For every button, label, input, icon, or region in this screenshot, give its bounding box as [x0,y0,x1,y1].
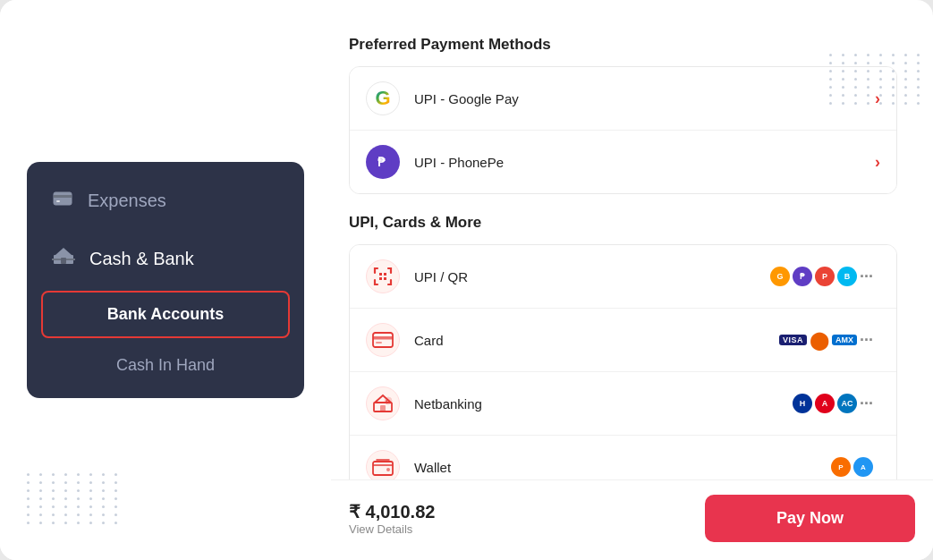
pay-now-button[interactable]: Pay Now [705,495,915,542]
gpay-icon: G [366,81,400,115]
card-brand-icons: VISA ⬤ AMX ··· [779,329,873,351]
preferred-section: Preferred Payment Methods G UPI - Google… [349,36,897,214]
cash-bank-icon [52,246,75,271]
upi-title: UPI, Cards & More [349,214,897,232]
sidebar-menu: Expenses Cash & Bank Bank Accounts [27,162,304,398]
svg-point-20 [386,468,390,471]
svg-text:₱: ₱ [377,155,386,169]
card-label: Card [414,333,779,348]
phonepe-chevron-icon: › [875,153,880,172]
svg-rect-16 [380,405,386,412]
netbanking-brand-icons: H A AC ··· [793,394,873,413]
gpay-item[interactable]: G UPI - Google Pay › [350,67,896,131]
wallet-label: Wallet [414,460,831,475]
dot-pattern-topright: for(let i=0;i<56;i++) document.write('<d… [829,54,924,105]
preferred-title: Preferred Payment Methods [349,36,897,54]
card-item[interactable]: Card VISA ⬤ AMX ··· [350,309,896,372]
svg-rect-12 [373,333,393,347]
sidebar-subitem-cash-in-hand[interactable]: Cash In Hand [27,342,304,389]
svg-rect-5 [61,258,66,264]
netbanking-label: Netbanking [414,396,793,412]
mastercard-icon: ⬤ [810,329,829,351]
upi-qr-label: UPI / QR [414,269,770,284]
amount-value: ₹ 4,010.82 [349,501,705,522]
preferred-list: G UPI - Google Pay › ₱ UPI - PhonePe › [349,66,897,194]
view-details-link[interactable]: View Details [349,522,705,536]
wallet-brand-icons: P A [831,457,873,477]
upi-qr-item[interactable]: UPI / QR G ₱ P B ··· [350,245,896,309]
amount-section: ₹ 4,010.82 View Details [349,501,705,536]
expenses-icon [52,187,73,214]
svg-rect-2 [56,200,60,202]
upi-list: UPI / QR G ₱ P B ··· [349,244,897,499]
bottom-bar: ₹ 4,010.82 View Details Pay Now [331,479,933,560]
netbanking-item[interactable]: $ Netbanking H A AC ··· [350,372,896,436]
netbanking-icon: $ [366,386,400,420]
main-card: Expenses Cash & Bank Bank Accounts [0,0,933,560]
cash-bank-label: Cash & Bank [89,249,194,269]
bank-accounts-label: Bank Accounts [107,305,224,323]
card-icon [366,323,400,357]
right-panel: for(let i=0;i<56;i++) document.write('<d… [331,0,933,560]
gpay-label: UPI - Google Pay [414,91,875,106]
expenses-label: Expenses [88,191,166,211]
svg-rect-13 [373,336,393,340]
cash-in-hand-label: Cash In Hand [116,356,215,374]
svg-rect-9 [384,273,386,276]
upi-qr-icon [366,259,400,293]
svg-rect-11 [384,277,386,280]
svg-rect-19 [373,462,393,475]
sidebar-item-cash-bank[interactable]: Cash & Bank [27,230,304,287]
svg-rect-8 [379,273,382,276]
sidebar-subitem-bank-accounts[interactable]: Bank Accounts [41,291,290,338]
dot-pattern-bottomleft: for(let i=0;i<56;i++) document.write('<d… [27,473,122,524]
svg-rect-0 [54,192,72,205]
sidebar-item-expenses[interactable]: Expenses [27,171,304,230]
phonepe-label: UPI - PhonePe [414,155,875,170]
sidebar: Expenses Cash & Bank Bank Accounts [0,0,331,560]
svg-rect-14 [376,342,382,344]
upi-more-icon: ··· [860,267,873,286]
upi-brand-icons: G ₱ P B ··· [770,267,873,286]
phonepe-icon: ₱ [366,145,400,179]
svg-rect-10 [379,277,382,280]
upi-section: UPI, Cards & More [349,214,897,519]
svg-rect-1 [54,195,72,198]
phonepe-item[interactable]: ₱ UPI - PhonePe › [350,131,896,193]
